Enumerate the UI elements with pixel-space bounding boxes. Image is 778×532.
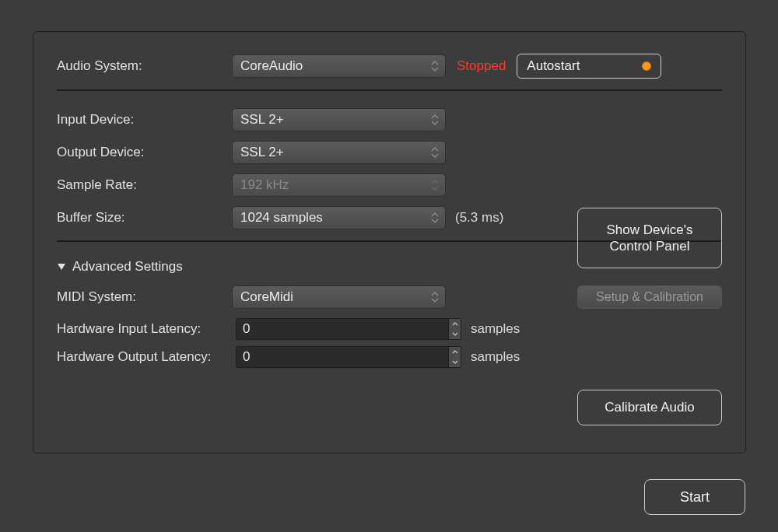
hw-output-latency-input[interactable]: 0	[236, 346, 461, 368]
input-device-row: Input Device: SSL 2+	[57, 108, 722, 131]
spinner-down-icon[interactable]	[449, 357, 461, 367]
calibrate-audio-label: Calibrate Audio	[605, 400, 694, 415]
output-device-row: Output Device: SSL 2+	[57, 141, 722, 164]
updown-icon	[431, 112, 440, 128]
input-device-select[interactable]: SSL 2+	[232, 108, 446, 131]
hw-input-latency-row: Hardware Input Latency: 0 samples	[57, 318, 722, 340]
buffer-size-label: Buffer Size:	[57, 210, 232, 226]
input-device-value: SSL 2+	[240, 112, 284, 128]
start-button-label: Start	[680, 489, 710, 506]
spinner-up-icon[interactable]	[449, 319, 461, 329]
engine-status-text: Stopped	[457, 58, 506, 74]
setup-calibration-button: Setup & Calibration	[577, 285, 722, 309]
buffer-latency-text: (5.3 ms)	[455, 210, 503, 226]
output-device-label: Output Device:	[57, 145, 232, 160]
buffer-size-value: 1024 samples	[240, 210, 323, 226]
output-device-value: SSL 2+	[240, 145, 284, 160]
hw-input-latency-value: 0	[243, 321, 250, 337]
spinner-buttons[interactable]	[448, 347, 461, 367]
hw-input-latency-label: Hardware Input Latency:	[57, 321, 236, 337]
sample-rate-label: Sample Rate:	[57, 177, 232, 193]
spinner-buttons[interactable]	[448, 319, 461, 339]
input-device-label: Input Device:	[57, 112, 232, 128]
midi-system-select[interactable]: CoreMidi	[232, 285, 446, 309]
advanced-settings-label: Advanced Settings	[72, 259, 183, 275]
spinner-up-icon[interactable]	[449, 347, 461, 357]
updown-icon	[431, 58, 440, 74]
midi-system-row: MIDI System: CoreMidi Setup & Calibratio…	[57, 285, 722, 309]
autostart-toggle[interactable]: Autostart	[517, 54, 661, 79]
hw-output-latency-value: 0	[243, 349, 250, 365]
updown-icon	[431, 177, 440, 193]
samples-unit: samples	[471, 321, 520, 337]
autostart-label: Autostart	[527, 58, 580, 74]
sample-rate-value: 192 kHz	[240, 177, 289, 193]
audio-midi-setup-panel: Audio System: CoreAudio Stopped Autostar…	[33, 31, 746, 453]
audio-system-row: Audio System: CoreAudio Stopped Autostar…	[57, 54, 722, 79]
output-device-select[interactable]: SSL 2+	[232, 141, 446, 164]
sample-rate-select[interactable]: 192 kHz	[232, 173, 446, 197]
buffer-size-select[interactable]: 1024 samples	[232, 206, 446, 229]
calibrate-audio-button[interactable]: Calibrate Audio	[577, 390, 722, 425]
updown-icon	[431, 210, 440, 226]
hw-input-latency-input[interactable]: 0	[236, 318, 461, 340]
audio-system-value: CoreAudio	[240, 58, 303, 74]
status-indicator-icon	[642, 61, 651, 71]
hw-output-latency-label: Hardware Output Latency:	[57, 349, 236, 365]
start-button[interactable]: Start	[644, 479, 745, 515]
audio-system-label: Audio System:	[57, 58, 232, 74]
midi-system-label: MIDI System:	[57, 289, 232, 305]
divider	[57, 89, 722, 91]
updown-icon	[431, 289, 440, 305]
show-device-control-panel-button[interactable]: Show Device's Control Panel	[577, 208, 722, 268]
audio-system-select[interactable]: CoreAudio	[232, 54, 446, 78]
hw-output-latency-row: Hardware Output Latency: 0 samples	[57, 346, 722, 368]
device-panel-button-label: Show Device's Control Panel	[589, 222, 710, 255]
spinner-down-icon[interactable]	[449, 329, 461, 339]
triangle-down-icon	[57, 263, 66, 271]
midi-system-value: CoreMidi	[240, 289, 293, 305]
samples-unit: samples	[471, 349, 520, 365]
setup-calibration-label: Setup & Calibration	[596, 290, 703, 304]
sample-rate-row: Sample Rate: 192 kHz	[57, 173, 722, 197]
updown-icon	[431, 145, 440, 160]
